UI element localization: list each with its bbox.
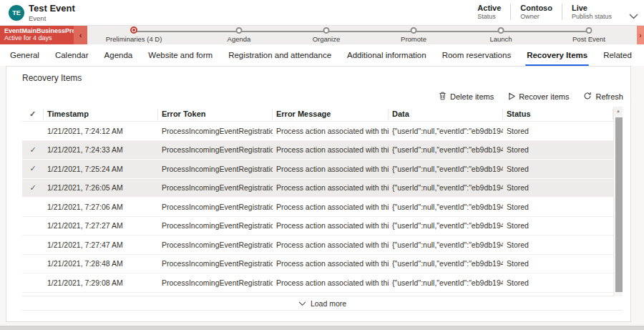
tab-website-and-form[interactable]: Website and form [148, 44, 213, 66]
business-process-flow: EventMainBusinessProce... Active for 4 d… [0, 26, 644, 44]
header-field-status: ActiveStatus [468, 4, 510, 20]
cell-data: {"userId":null,"eventId":"eb9db194-625c-… [389, 241, 503, 249]
cell-ts: 1/21/2021, 7:26:05 AM [44, 183, 158, 192]
row-checkmark-icon[interactable]: ✓ [22, 164, 44, 173]
cell-token: ProcessIncomingEventRegistrations [158, 183, 273, 192]
load-more-button[interactable]: Load more [22, 296, 623, 311]
scroll-up-arrow-icon[interactable]: ▲ [614, 107, 623, 116]
cell-msg: Process action associated with this proc… [273, 183, 389, 192]
scrollbar-thumb[interactable] [615, 117, 623, 292]
column-header-status[interactable]: Status [503, 109, 613, 120]
cell-msg: Process action associated with this proc… [273, 221, 389, 230]
row-checkmark-icon[interactable]: ✓ [22, 183, 44, 193]
header-field-value: Live [572, 4, 612, 12]
stage-label: Preliminaries (4 D) [106, 35, 162, 43]
stage-dot-icon[interactable] [236, 27, 243, 34]
cell-data: {"userId":null,"eventId":"eb9db194-625c-… [389, 127, 503, 135]
recover-items-button[interactable]: Recover items [508, 92, 569, 102]
delete-items-button[interactable]: Delete items [439, 92, 494, 102]
cell-ts: 1/21/2021, 7:25:24 AM [44, 165, 158, 173]
stage-label: Launch [489, 35, 512, 43]
table-row[interactable]: 1/21/2021, 7:27:47 AMProcessIncomingEven… [22, 236, 613, 255]
header-summary-fields: ActiveStatusContosoOwnerLivePublish stat… [468, 4, 621, 20]
cell-msg: Process action associated with this proc… [273, 145, 389, 154]
tab-calendar[interactable]: Calendar [55, 44, 89, 66]
cell-status: Stored [503, 127, 613, 135]
select-all-checkmark-icon[interactable]: ✓ [22, 109, 44, 120]
cell-status: Stored [503, 203, 613, 211]
stage-dot-icon[interactable] [323, 27, 330, 34]
cell-data: {"userId":null,"eventId":"eb9db194-625c-… [389, 259, 503, 268]
grid-vertical-scrollbar[interactable]: ▲ [613, 107, 623, 296]
table-row[interactable]: 1/21/2021, 7:29:08 AMProcessIncomingEven… [22, 273, 613, 293]
chevron-down-icon[interactable] [629, 9, 638, 22]
table-row[interactable]: ✓1/21/2021, 7:26:05 AMProcessIncomingEve… [22, 179, 613, 198]
stage-label: Post Event [572, 35, 605, 43]
stage-label: Agenda [228, 35, 251, 43]
recovery-items-grid: ✓ Timestamp Error Token Error Message Da… [22, 107, 623, 311]
tab-recovery-items[interactable]: Recovery Items [527, 44, 587, 66]
column-header-timestamp[interactable]: Timestamp [44, 109, 158, 120]
tab-agenda[interactable]: Agenda [104, 44, 133, 66]
refresh-button[interactable]: Refresh [583, 92, 623, 102]
stage-dot-icon[interactable] [586, 27, 592, 34]
bpf-process-name: EventMainBusinessProce... [4, 27, 69, 34]
refresh-icon [583, 92, 592, 102]
cell-status: Stored [503, 278, 613, 287]
table-row[interactable]: 1/21/2021, 7:27:27 AMProcessIncomingEven… [22, 217, 613, 236]
cell-token: ProcessIncomingEventRegistrations [158, 203, 273, 211]
cell-msg: Process action associated with this proc… [273, 259, 389, 268]
cell-ts: 1/21/2021, 7:24:33 AM [44, 145, 158, 154]
window-bottom-edge [0, 326, 644, 330]
cell-token: ProcessIncomingEventRegistrations [158, 278, 273, 287]
tab-room-reservations[interactable]: Room reservations [442, 44, 512, 66]
tab-additional-information[interactable]: Additional information [347, 44, 426, 66]
play-icon [508, 92, 515, 102]
tab-registration-and-attendance[interactable]: Registration and attendance [228, 44, 331, 66]
table-row[interactable]: ✓1/21/2021, 7:25:24 AMProcessIncomingEve… [22, 160, 613, 179]
column-header-error-message[interactable]: Error Message [273, 109, 389, 120]
bpf-collapse-button[interactable]: ‹ [74, 26, 87, 44]
tab-general[interactable]: General [10, 44, 39, 66]
cell-data: {"userId":null,"eventId":"eb9db194-625c-… [389, 203, 503, 211]
cell-data: {"userId":null,"eventId":"eb9db194-625c-… [389, 278, 503, 287]
cell-msg: Process action associated with this proc… [273, 203, 389, 211]
stage-dot-icon[interactable] [498, 27, 504, 34]
table-row[interactable]: 1/21/2021, 7:28:48 AMProcessIncomingEven… [22, 255, 613, 274]
stage-active-dot-icon[interactable] [130, 26, 137, 34]
table-row[interactable]: 1/21/2021, 7:24:12 AMProcessIncomingEven… [22, 122, 613, 141]
table-row[interactable]: ✓1/21/2021, 7:24:33 AMProcessIncomingEve… [22, 141, 613, 160]
stage-label: Promote [401, 35, 426, 43]
bpf-track-line [135, 31, 589, 32]
recovery-items-card: Recovery Items Delete items Recover item… [6, 66, 631, 322]
section-title: Recovery Items [22, 73, 82, 83]
record-avatar: TE [9, 5, 24, 21]
cell-token: ProcessIncomingEventRegistrations [158, 259, 273, 268]
header-field-label: Publish status [572, 13, 612, 20]
cell-ts: 1/21/2021, 7:29:08 AM [44, 278, 158, 287]
cell-token: ProcessIncomingEventRegistrations [158, 221, 273, 230]
header-field-owner: ContosoOwner [510, 4, 562, 20]
cell-token: ProcessIncomingEventRegistrations [158, 127, 273, 135]
cell-status: Stored [503, 165, 613, 173]
cell-data: {"userId":null,"eventId":"eb9db194-625c-… [389, 165, 503, 173]
bpf-process-badge[interactable]: EventMainBusinessProce... Active for 4 d… [0, 26, 74, 44]
column-header-data[interactable]: Data [389, 109, 503, 120]
table-row[interactable]: 1/21/2021, 7:27:06 AMProcessIncomingEven… [22, 198, 613, 217]
record-header: TE Test Event Event ActiveStatusContosoO… [0, 0, 644, 26]
cell-msg: Process action associated with this proc… [273, 127, 389, 135]
form-tab-bar: GeneralCalendarAgendaWebsite and formReg… [0, 44, 644, 66]
tab-related[interactable]: Related [603, 44, 632, 66]
row-checkmark-icon[interactable]: ✓ [22, 145, 44, 155]
cell-ts: 1/21/2021, 7:24:12 AM [44, 127, 158, 135]
column-header-error-token[interactable]: Error Token [158, 109, 273, 120]
cell-data: {"userId":null,"eventId":"eb9db194-625c-… [389, 221, 503, 230]
bpf-scroll-right-button[interactable]: › [637, 26, 644, 44]
delete-items-label: Delete items [450, 92, 494, 101]
cell-msg: Process action associated with this proc… [273, 241, 389, 249]
cell-msg: Process action associated with this proc… [273, 165, 389, 173]
stage-dot-icon[interactable] [411, 27, 417, 34]
cell-ts: 1/21/2021, 7:27:06 AM [44, 203, 158, 211]
header-field-label: Status [477, 13, 501, 20]
cell-data: {"userId":null,"eventId":"eb9db194-625c-… [389, 183, 503, 192]
